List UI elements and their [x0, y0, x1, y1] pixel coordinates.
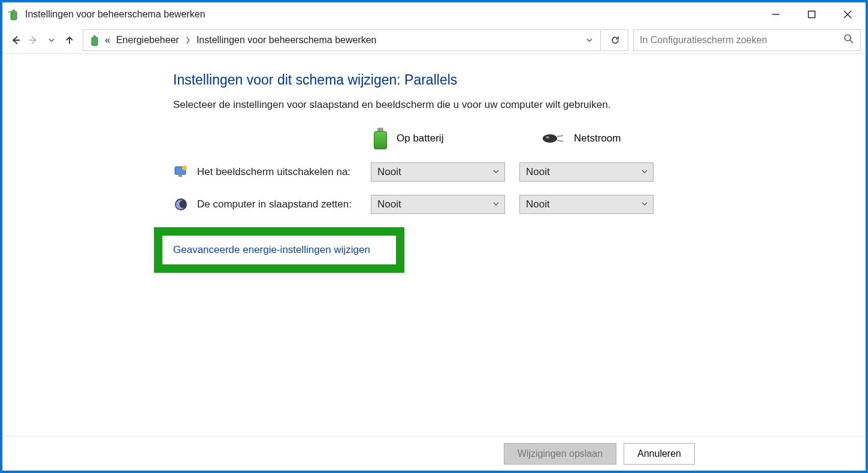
moon-icon — [173, 197, 189, 212]
svg-rect-7 — [93, 35, 96, 38]
chevron-down-icon — [492, 166, 500, 178]
content-area: Instellingen voor dit schema wijzigen: P… — [2, 54, 866, 436]
window-controls — [758, 2, 866, 26]
svg-rect-3 — [809, 11, 815, 18]
breadcrumb-dropdown-button[interactable] — [581, 37, 598, 44]
breadcrumb-path: « Energiebeheer ❯ Instellingen voor behe… — [105, 35, 377, 46]
svg-line-9 — [850, 40, 853, 43]
sleep-ac-dropdown[interactable]: Nooit — [519, 195, 654, 214]
battery-column-label: Op batterij — [397, 132, 443, 144]
search-input[interactable] — [640, 35, 843, 46]
breadcrumb-item[interactable]: Instellingen voor beheerschema bewerken — [196, 35, 377, 46]
page-subtitle: Selecteer de instellingen voor slaapstan… — [173, 99, 866, 111]
app-icon — [7, 8, 20, 21]
chevron-down-icon — [641, 166, 648, 178]
title-bar: Instellingen voor beheerschema bewerken — [2, 2, 866, 26]
breadcrumb-item[interactable]: Energiebeheer — [116, 35, 179, 46]
chevron-down-icon — [492, 198, 500, 210]
dropdown-value: Nooit — [526, 198, 550, 210]
ac-column-label: Netstroom — [574, 132, 621, 144]
refresh-button[interactable] — [602, 29, 628, 51]
breadcrumb-icon — [88, 34, 101, 47]
battery-icon — [374, 128, 388, 149]
sleep-label: De computer in slaapstand zetten: — [197, 198, 371, 210]
svg-point-8 — [845, 35, 851, 41]
monitor-icon — [173, 164, 189, 180]
display-off-label: Het beeldscherm uitschakelen na: — [197, 166, 371, 178]
plug-icon — [542, 132, 565, 145]
svg-rect-15 — [179, 175, 182, 177]
svg-rect-1 — [13, 10, 15, 12]
up-button[interactable] — [61, 31, 78, 49]
cancel-button[interactable]: Annuleren — [624, 443, 695, 465]
svg-line-13 — [557, 140, 563, 141]
svg-line-12 — [557, 135, 563, 137]
display-off-ac-dropdown[interactable]: Nooit — [519, 162, 654, 182]
window-frame: Instellingen voor beheerschema bewerken — [2, 2, 866, 471]
recent-dropdown-button[interactable] — [43, 31, 60, 49]
sleep-battery-dropdown[interactable]: Nooit — [371, 195, 505, 214]
minimize-button[interactable] — [758, 2, 794, 26]
svg-point-16 — [182, 165, 187, 170]
breadcrumb[interactable]: « Energiebeheer ❯ Instellingen voor behe… — [83, 29, 601, 51]
svg-point-10 — [543, 134, 557, 143]
advanced-settings-link[interactable]: Geavanceerde energie-instellingen wijzig… — [173, 244, 370, 255]
chevron-right-icon: ❯ — [185, 36, 190, 44]
breadcrumb-prefix[interactable]: « — [105, 35, 110, 46]
display-off-row: Het beeldscherm uitschakelen na: Nooit N… — [173, 162, 866, 182]
columns-header: Op batterij Netstroom — [374, 128, 866, 149]
display-off-battery-dropdown[interactable]: Nooit — [371, 162, 505, 182]
search-icon[interactable] — [843, 34, 854, 46]
sleep-row: De computer in slaapstand zetten: Nooit … — [173, 195, 866, 214]
battery-column-header: Op batterij — [374, 128, 512, 149]
svg-rect-0 — [11, 11, 17, 20]
dropdown-value: Nooit — [377, 198, 401, 210]
svg-rect-6 — [92, 37, 98, 46]
dropdown-value: Nooit — [377, 166, 401, 178]
forward-button[interactable] — [25, 31, 42, 49]
window-title: Instellingen voor beheerschema bewerken — [25, 9, 758, 20]
back-button[interactable] — [7, 31, 24, 49]
advanced-highlight-box: Geavanceerde energie-instellingen wijzig… — [154, 227, 404, 273]
footer-bar: Wijzigingen opslaan Annuleren — [2, 436, 866, 471]
svg-point-11 — [546, 136, 549, 138]
dropdown-value: Nooit — [526, 166, 550, 178]
maximize-button[interactable] — [794, 2, 830, 26]
ac-column-header: Netstroom — [542, 128, 621, 149]
search-box[interactable] — [633, 29, 861, 51]
save-button[interactable]: Wijzigingen opslaan — [504, 443, 616, 465]
close-button[interactable] — [830, 2, 866, 26]
advanced-link-container: Geavanceerde energie-instellingen wijzig… — [162, 236, 396, 264]
page-title: Instellingen voor dit schema wijzigen: P… — [173, 72, 866, 88]
navigation-bar: « Energiebeheer ❯ Instellingen voor behe… — [2, 26, 866, 54]
chevron-down-icon — [641, 198, 648, 210]
